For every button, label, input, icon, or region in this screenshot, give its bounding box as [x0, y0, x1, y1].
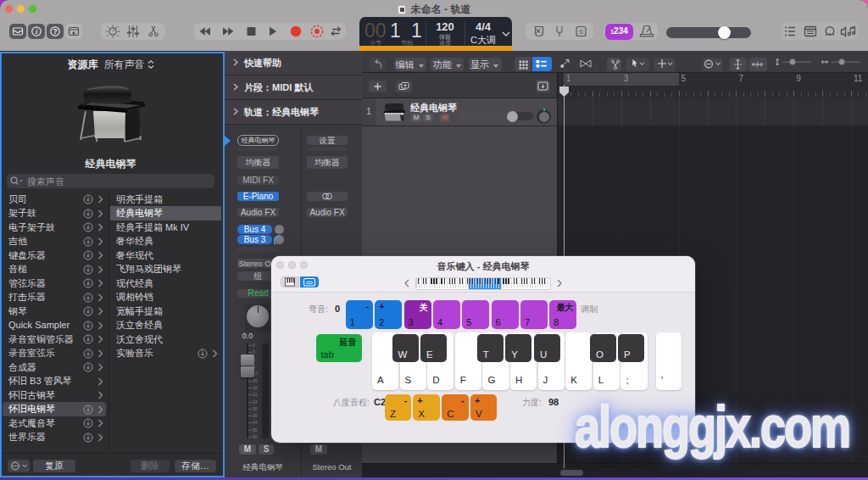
svg-text:?: ?	[53, 27, 57, 36]
svg-text:i: i	[36, 28, 38, 36]
svg-text:S: S	[579, 28, 583, 36]
